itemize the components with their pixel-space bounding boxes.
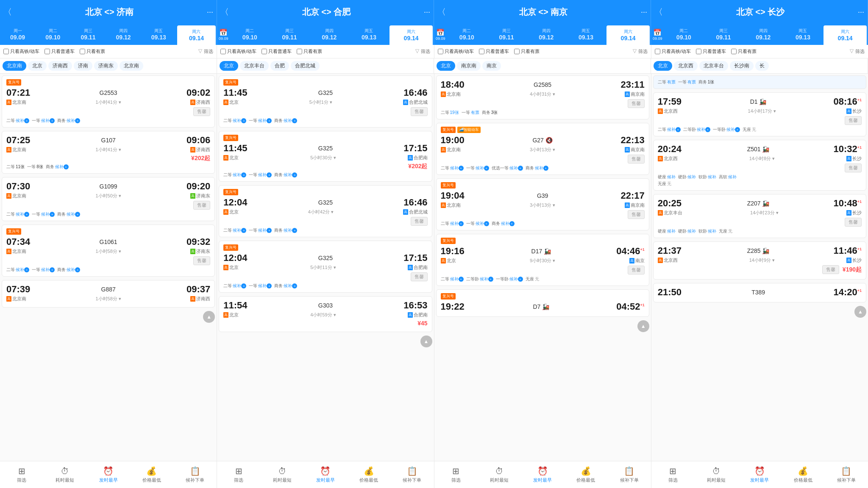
fastest-btn-2[interactable]: ⏱ 耗时最短 (261, 466, 304, 483)
day-fri-1[interactable]: 周五09.13 (141, 24, 176, 45)
filter-btn-bottom-1[interactable]: ⊞ 筛选 (0, 466, 43, 483)
train-card-2-4[interactable]: 复兴号 12:04 G325 17:15 高北京 5小时11分 ▾ 高合肥南 售… (219, 241, 432, 293)
back-btn-2[interactable]: 〈 (217, 6, 232, 18)
train-card-3-3[interactable]: 复兴号 19:04 G39 22:17 高北京南 3小时13分 ▾ 高南京南 售… (436, 178, 649, 230)
cheapest-btn-2[interactable]: 💰 价格最低 (347, 466, 390, 483)
day-wed-1[interactable]: 周三09.11 (70, 24, 106, 45)
waitlist-btn-3[interactable]: 📋 候补下单 (608, 466, 651, 483)
filter-btn-4[interactable]: ▽ 筛选 (849, 48, 865, 55)
day-wed-2[interactable]: 周三09.11 (270, 24, 309, 45)
train-card-4-5[interactable]: 21:50 T389 14:20+1 (653, 283, 866, 302)
train-card-3-5[interactable]: 复兴号 19:22 D7 🚂 04:52+1 (436, 289, 649, 317)
filter-btn-bottom-4[interactable]: ⊞ 筛选 (651, 466, 695, 483)
day-sat-2[interactable]: 周六09.14 (389, 25, 433, 45)
train-card-4-2[interactable]: 20:24 Z501 🚂 10:32+1 高北京西 14小时8分 ▾ 高长沙 售… (653, 140, 866, 191)
train-card-1-4[interactable]: 复兴号 07:34 G1061 09:32 高北京南 1小时58分 ▾ 高济南东… (2, 225, 215, 277)
earliest-btn-1[interactable]: ⏰ 发时最早 (87, 466, 130, 483)
train-card-1-5[interactable]: 07:39 G887 09:37 高北京南 1小时58分 ▾ 高济南西 (2, 280, 215, 308)
station-btn-bjn2[interactable]: 北京南 (120, 61, 143, 71)
station-btn-hf[interactable]: 合肥 (270, 61, 289, 71)
earliest-btn-2[interactable]: ⏰ 发时最早 (304, 466, 347, 483)
train-card-1-2[interactable]: 07:25 G107 09:06 高北京南 1小时41分 ▾ 高济南西 ¥202… (2, 131, 215, 174)
day-tue-3[interactable]: 周二09.10 (447, 24, 487, 45)
scroll-up-btn-3[interactable]: ▲ (637, 320, 649, 332)
day-thu-1[interactable]: 周四09.12 (106, 24, 141, 45)
filter-btn-1[interactable]: ▽ 筛选 (198, 48, 213, 55)
train-card-3-4[interactable]: 复兴号 19:16 D17 🚂 04:46+1 高北京 9小时30分 ▾ 高南京… (436, 234, 649, 286)
train-card-2-3[interactable]: 复兴号 12:04 G325 16:46 高北京 4小时42分 ▾ 高合肥北城 … (219, 185, 432, 237)
station-btn-jn[interactable]: 济南 (74, 61, 92, 71)
station-btn-cs[interactable]: 长沙南 (730, 61, 754, 71)
day-sat-4[interactable]: 周六09.14 (823, 25, 867, 45)
back-btn-4[interactable]: 〈 (651, 6, 666, 18)
filter-regular-1[interactable]: 只看普通车 (45, 48, 75, 55)
earliest-btn-3[interactable]: ⏰ 发时最早 (521, 466, 564, 483)
day-sat-1[interactable]: 周六09.14 (177, 25, 216, 45)
filter-regular-3[interactable]: 只看普通车 (479, 48, 509, 55)
train-card-1-3[interactable]: 07:30 G1099 09:20 高北京南 1小时50分 ▾ 高济南东 售馨 … (2, 177, 215, 221)
fastest-btn-3[interactable]: ⏱ 耗时最短 (478, 466, 521, 483)
day-tue-1[interactable]: 周二09.10 (35, 24, 70, 45)
filter-available-2[interactable]: 只看有票 (297, 48, 322, 55)
more-btn-1[interactable]: ··· (203, 8, 217, 17)
day-thu-4[interactable]: 周四09.12 (743, 24, 783, 45)
station-btn-cs2[interactable]: 长 (755, 61, 769, 71)
filter-btn-bottom-3[interactable]: ⊞ 筛选 (434, 466, 478, 483)
station-btn-bjn[interactable]: 北京南 (3, 61, 26, 71)
day-sat-3[interactable]: 周六09.14 (606, 25, 650, 45)
station-btn-bjx[interactable]: 北京西 (674, 61, 698, 71)
train-card-4-3[interactable]: 20:25 Z207 🚂 10:48+1 高北京丰台 14小时23分 ▾ 高长沙… (653, 194, 866, 238)
day-mon-1[interactable]: 周一09.09 (0, 24, 35, 45)
cal-icon-4[interactable]: 📅09.09 (651, 24, 664, 45)
day-fri-4[interactable]: 周五09.13 (783, 24, 823, 45)
station-btn-hfbc[interactable]: 合肥北城 (291, 61, 320, 71)
filter-highspeed-4[interactable]: 只看高铁/动车 (655, 48, 691, 55)
waitlist-btn-2[interactable]: 📋 候补下单 (390, 466, 434, 483)
cheapest-btn-3[interactable]: 💰 价格最低 (564, 466, 607, 483)
more-btn-3[interactable]: ··· (637, 8, 651, 17)
station-btn-bj3[interactable]: 北京 (437, 61, 455, 71)
waitlist-btn-4[interactable]: 📋 候补下单 (825, 466, 868, 483)
day-thu-2[interactable]: 周四09.12 (309, 24, 349, 45)
train-card-2-2[interactable]: 复兴号 11:45 G325 17:15 高北京 5小时30分 ▾ 高合肥南 ¥… (219, 131, 432, 182)
filter-regular-4[interactable]: 只看普通车 (696, 48, 726, 55)
filter-highspeed-1[interactable]: 只看高铁/动车 (3, 48, 39, 55)
station-btn-bjft2[interactable]: 北京丰台 (699, 61, 728, 71)
day-thu-3[interactable]: 周四09.12 (526, 24, 566, 45)
station-btn-bj2[interactable]: 北京 (220, 61, 238, 71)
scroll-up-btn-2[interactable]: ▲ (420, 336, 432, 347)
cheapest-btn-4[interactable]: 💰 价格最低 (782, 466, 825, 483)
station-btn-nj[interactable]: 南京 (482, 61, 501, 71)
filter-btn-2[interactable]: ▽ 筛选 (415, 48, 430, 55)
back-btn-1[interactable]: 〈 (0, 6, 15, 18)
back-btn-3[interactable]: 〈 (434, 6, 449, 18)
filter-highspeed-2[interactable]: 只看高铁/动车 (220, 48, 256, 55)
train-card-3-1[interactable]: 18:40 G2585 23:11 高北京南 4小时31分 ▾ 高南京南 售馨 … (436, 75, 649, 119)
route-tab-2[interactable]: 〈 北京 <> 合肥 ··· (217, 0, 434, 24)
train-card-2-1[interactable]: 复兴号 11:45 G325 16:46 高北京 5小时1分 ▾ 高合肥北城 售… (219, 75, 432, 128)
day-wed-4[interactable]: 周三09.11 (704, 24, 743, 45)
train-card-2-5[interactable]: 11:54 G303 16:53 高北京 4小时59分 ▾ 高合肥南 ¥45 (219, 296, 432, 332)
filter-highspeed-3[interactable]: 只看高铁/动车 (438, 48, 474, 55)
filter-regular-2[interactable]: 只看普通车 (262, 48, 292, 55)
station-btn-njn[interactable]: 南京南 (457, 61, 481, 71)
station-btn-bj4[interactable]: 北京 (654, 61, 672, 71)
route-tab-1[interactable]: 〈 北京 <> 济南 ··· (0, 0, 217, 24)
station-btn-bjft[interactable]: 北京丰台 (240, 61, 269, 71)
scroll-up-btn-4[interactable]: ▲ (854, 306, 866, 318)
day-fri-3[interactable]: 周五09.13 (566, 24, 606, 45)
earliest-btn-4[interactable]: ⏰ 发时最早 (738, 466, 781, 483)
fastest-btn-1[interactable]: ⏱ 耗时最短 (43, 466, 86, 483)
more-btn-2[interactable]: ··· (420, 8, 434, 17)
day-tue-4[interactable]: 周二09.10 (664, 24, 704, 45)
route-tab-3[interactable]: 〈 北京 <> 南京 ··· (434, 0, 651, 24)
station-btn-jnd[interactable]: 济南东 (94, 61, 118, 71)
train-card-4-1[interactable]: 17:59 D1 🚂 08:16+1 高北京西 14小时17分 ▾ 高长沙 售馨… (653, 92, 866, 136)
route-tab-4[interactable]: 〈 北京 <> 长沙 ··· (651, 0, 868, 24)
filter-available-4[interactable]: 只看有票 (731, 48, 757, 55)
filter-btn-bottom-2[interactable]: ⊞ 筛选 (217, 466, 260, 483)
waitlist-btn-1[interactable]: 📋 候补下单 (173, 466, 217, 483)
train-card-3-2[interactable]: 复兴号 🚄智能动车 19:00 G27 🔇 22:13 高北京南 3小时13分 … (436, 123, 649, 175)
day-wed-3[interactable]: 周三09.11 (487, 24, 526, 45)
cal-icon-3[interactable]: 📅09.09 (434, 24, 447, 45)
